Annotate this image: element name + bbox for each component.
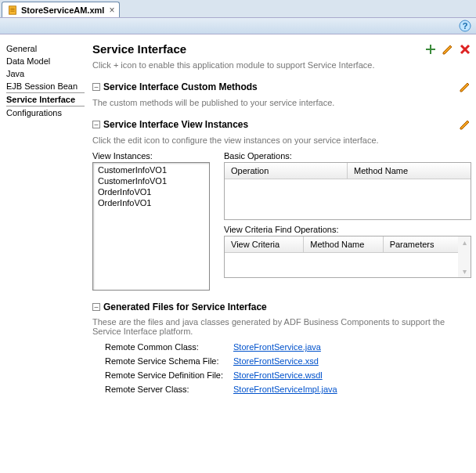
tab-title: StoreServiceAM.xml: [21, 5, 104, 15]
tab-bar: StoreServiceAM.xml ×: [0, 0, 476, 17]
view-instances-desc: Click the edit icon to configure the vie…: [92, 135, 471, 145]
generated-file-row: Remote Server Class: StoreFrontServiceIm…: [92, 385, 471, 394]
generated-file-link[interactable]: StoreFrontService.java: [233, 342, 321, 352]
tab-close-icon[interactable]: ×: [109, 5, 114, 15]
basic-operations-table[interactable]: Operation Method Name: [224, 162, 471, 220]
table-column-parameters[interactable]: Parameters: [384, 236, 458, 252]
basic-operations-body: [225, 179, 471, 218]
view-criteria-label: View Criteria Find Operations:: [224, 225, 471, 234]
custom-methods-desc: The custom methods will be published to …: [92, 98, 471, 107]
table-header-row: View Criteria Method Name Parameters: [225, 236, 458, 253]
page-title: Service Interface: [92, 42, 186, 56]
generated-file-row: Remote Common Class: StoreFrontService.j…: [92, 342, 471, 352]
table-header-row: Operation Method Name: [225, 163, 471, 179]
collapse-icon[interactable]: –: [92, 121, 100, 128]
list-item[interactable]: OrderInfoVO1: [95, 197, 207, 208]
delete-icon[interactable]: [459, 43, 471, 56]
generated-file-link[interactable]: StoreFrontServiceImpl.java: [233, 385, 337, 394]
svg-marker-12: [460, 121, 469, 129]
add-icon[interactable]: [424, 43, 437, 56]
generated-file-label: Remote Service Definition File:: [92, 370, 233, 380]
list-item[interactable]: OrderInfoVO1: [95, 186, 207, 197]
section-header-custom-methods[interactable]: – Service Interface Custom Methods: [92, 81, 471, 93]
collapse-icon[interactable]: –: [92, 83, 100, 91]
toolbar: ?: [0, 17, 476, 34]
edit-icon[interactable]: [459, 118, 471, 131]
help-icon[interactable]: ?: [459, 20, 471, 32]
generated-file-row: Remote Service Definition File: StoreFro…: [92, 370, 471, 380]
sidebar-item-configurations[interactable]: Configurations: [6, 107, 85, 119]
main-panel: Service Interface Click + icon to enable…: [92, 42, 471, 471]
file-icon: [7, 5, 18, 16]
table-column-method-name[interactable]: Method Name: [304, 236, 383, 252]
sidebar-item-ejb-session-bean[interactable]: EJB Session Bean: [6, 80, 85, 92]
generated-files-list: Remote Common Class: StoreFrontService.j…: [92, 342, 471, 394]
sidebar-item-data-model[interactable]: Data Model: [6, 55, 85, 67]
section-view-instances: – Service Interface View Instances Click…: [92, 118, 471, 291]
generated-file-label: Remote Server Class:: [92, 385, 233, 394]
svg-rect-2: [10, 9, 14, 10]
generated-file-label: Remote Service Schema File:: [92, 356, 233, 366]
generated-files-title: Generated Files for Service Interface: [103, 301, 471, 312]
sidebar-item-general[interactable]: General: [6, 42, 85, 55]
generated-file-row: Remote Service Schema File: StoreFrontSe…: [92, 356, 471, 366]
list-item[interactable]: CustomerInfoVO1: [95, 164, 207, 175]
svg-rect-1: [10, 8, 14, 9]
scroll-down-icon[interactable]: ▾: [463, 267, 467, 276]
svg-marker-8: [443, 45, 452, 54]
section-header-generated-files[interactable]: – Generated Files for Service Interface: [92, 301, 471, 312]
view-instances-right-col: Basic Operations: Operation Method Name …: [224, 151, 471, 278]
svg-marker-11: [460, 83, 469, 92]
editor-body: General Data Model Java EJB Session Bean…: [0, 34, 476, 471]
view-criteria-table[interactable]: View Criteria Method Name Parameters ▴ ▾: [224, 236, 471, 278]
section-generated-files: – Generated Files for Service Interface …: [92, 301, 471, 394]
table-column-operation[interactable]: Operation: [225, 163, 348, 179]
edit-icon[interactable]: [459, 81, 471, 93]
view-instances-listbox[interactable]: CustomerInfoVO1 CustomerInfoVO1 OrderInf…: [92, 162, 210, 291]
page-header-row: Service Interface: [92, 42, 471, 56]
page-intro: Click + icon to enable this application …: [92, 60, 471, 70]
sidebar-item-java[interactable]: Java: [6, 67, 85, 80]
edit-icon[interactable]: [442, 43, 454, 56]
generated-file-link[interactable]: StoreFrontService.xsd: [233, 356, 319, 366]
basic-operations-label: Basic Operations:: [224, 151, 471, 161]
sidebar: General Data Model Java EJB Session Bean…: [6, 42, 85, 471]
table-column-view-criteria[interactable]: View Criteria: [225, 236, 304, 252]
svg-rect-7: [426, 49, 435, 50]
svg-text:?: ?: [463, 21, 468, 31]
collapse-icon[interactable]: –: [92, 303, 100, 311]
page-actions: [424, 43, 471, 56]
scrollbar[interactable]: ▴ ▾: [458, 236, 471, 277]
table-column-method-name[interactable]: Method Name: [348, 163, 471, 179]
generated-file-label: Remote Common Class:: [92, 342, 233, 352]
view-instances-left-col: View Instances: CustomerInfoVO1 Customer…: [92, 151, 210, 291]
section-custom-methods: – Service Interface Custom Methods The c…: [92, 81, 471, 107]
section-header-view-instances[interactable]: – Service Interface View Instances: [92, 118, 471, 131]
view-instances-list-label: View Instances:: [92, 151, 210, 161]
svg-rect-3: [10, 10, 14, 11]
view-instances-title: Service Interface View Instances: [103, 119, 459, 130]
view-instances-content: View Instances: CustomerInfoVO1 Customer…: [92, 151, 471, 291]
custom-methods-title: Service Interface Custom Methods: [103, 81, 459, 92]
generated-file-link[interactable]: StoreFrontService.wsdl: [233, 370, 323, 380]
list-item[interactable]: CustomerInfoVO1: [95, 175, 207, 186]
editor-tab[interactable]: StoreServiceAM.xml ×: [2, 2, 120, 17]
sidebar-item-service-interface[interactable]: Service Interface: [6, 92, 85, 107]
scroll-up-icon[interactable]: ▴: [463, 238, 467, 247]
generated-files-desc: These are the files and java classes gen…: [92, 317, 471, 336]
